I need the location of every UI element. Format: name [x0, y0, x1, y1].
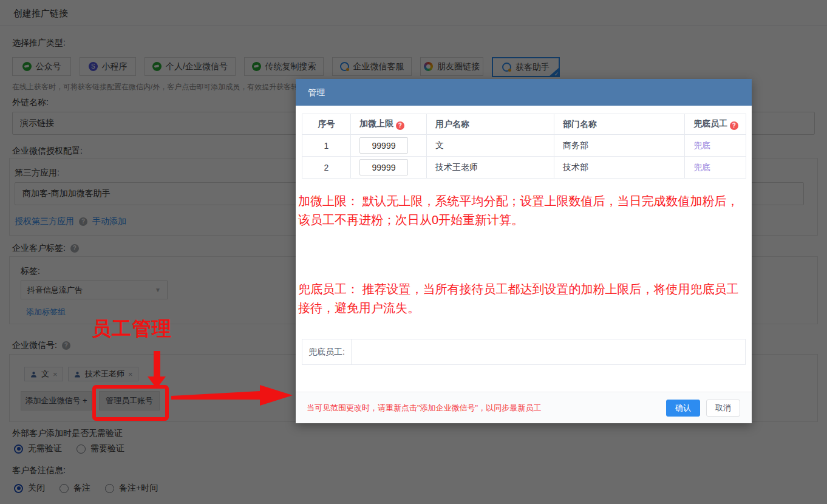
col-index: 序号	[302, 114, 351, 135]
col-user: 用户名称	[427, 114, 554, 135]
annotation-arrow-down-icon	[146, 351, 168, 389]
fallback-employee-label: 兜底员工:	[302, 339, 352, 364]
modal-footer: 当可见范围更改时，请重新点击"添加企业微信号"，以同步最新员工 确认 取消	[296, 392, 752, 423]
help-question-icon[interactable]: ?	[396, 121, 404, 130]
employee-table: 序号 加微上限 ? 用户名称 部门名称 兜底员工 ? 1 文 商务部 兜底 2 …	[302, 114, 746, 179]
annotation-employee-management-text: 员工管理	[92, 316, 172, 342]
table-row: 2 技术王老师 技术部 兜底	[302, 157, 746, 179]
user-name-cell: 技术王老师	[427, 157, 554, 179]
limit-note-text: 加微上限： 默认无上限，系统平均分配；设置上限数值后，当日完成数值加粉后，该员工…	[298, 192, 750, 230]
annotation-arrow-right-icon	[171, 380, 293, 411]
annotation-highlight-box	[92, 385, 169, 421]
modal-header: 管理	[296, 79, 752, 106]
col-dept: 部门名称	[554, 114, 685, 135]
table-header-row: 序号 加微上限 ? 用户名称 部门名称 兜底员工 ?	[302, 114, 746, 135]
fallback-employee-field: 兜底员工:	[302, 339, 746, 365]
manage-modal: 管理 序号 加微上限 ? 用户名称 部门名称 兜底员工 ? 1 文 商务部 兜底…	[296, 79, 752, 423]
cancel-button[interactable]: 取消	[706, 400, 740, 417]
footer-warning-text: 当可见范围更改时，请重新点击"添加企业微信号"，以同步最新员工	[307, 392, 541, 424]
fallback-link[interactable]: 兜底	[693, 162, 710, 172]
user-name-cell: 文	[427, 135, 554, 157]
dept-name-cell: 技术部	[554, 157, 685, 179]
col-fallback: 兜底员工 ?	[685, 114, 746, 135]
help-question-icon[interactable]: ?	[730, 121, 738, 130]
table-row: 1 文 商务部 兜底	[302, 135, 746, 157]
fallback-link[interactable]: 兜底	[693, 140, 710, 150]
limit-input[interactable]	[359, 137, 408, 154]
fallback-employee-input[interactable]	[352, 339, 745, 364]
col-limit: 加微上限 ?	[351, 114, 427, 135]
limit-input[interactable]	[359, 159, 408, 175]
fallback-note-text: 兜底员工： 推荐设置，当所有接待员工都达到设置的加粉上限后，将使用兜底员工接待，…	[298, 280, 750, 318]
dept-name-cell: 商务部	[554, 135, 685, 157]
confirm-button[interactable]: 确认	[666, 400, 700, 417]
modal-title: 管理	[308, 79, 325, 106]
